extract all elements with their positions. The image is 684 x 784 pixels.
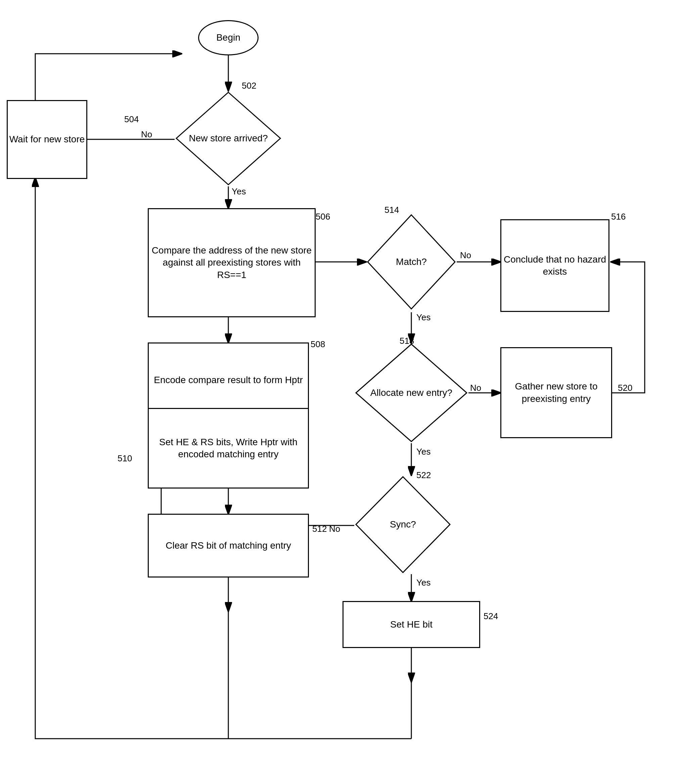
label-514: 514: [384, 205, 399, 215]
label-518: 518: [400, 336, 414, 346]
compare-address-text: Compare the address of the new store aga…: [149, 244, 315, 281]
begin-label: Begin: [216, 32, 240, 44]
no-label-514: No: [460, 250, 471, 261]
gather-new-store-text: Gather new store to preexisting entry: [501, 381, 611, 405]
clear-rs-node: Clear RS bit of matching entry: [148, 514, 309, 578]
set-he-bit-node: Set HE bit: [342, 601, 480, 648]
conclude-no-hazard-text: Conclude that no hazard exists: [501, 253, 608, 278]
allocate-text: Allocate new entry?: [370, 387, 452, 399]
set-he-rs-node: Set HE & RS bits, Write Hptr with encode…: [148, 408, 309, 489]
compare-address-node: Compare the address of the new store aga…: [148, 208, 316, 317]
match-text: Match?: [396, 256, 427, 268]
label-510: 510: [118, 453, 132, 464]
yes-label-514: Yes: [416, 312, 431, 323]
label-504: 504: [124, 114, 139, 124]
wait-for-new-store-text: Wait for new store: [10, 133, 85, 145]
encode-compare-text: Encode compare result to form Hptr: [154, 374, 303, 386]
label-524: 524: [484, 611, 498, 621]
set-he-rs-text: Set HE & RS bits, Write Hptr with encode…: [149, 436, 308, 461]
no-label-522: No: [329, 524, 340, 534]
wait-for-new-store-node: Wait for new store: [7, 100, 87, 179]
sync-text: Sync?: [390, 518, 416, 531]
new-store-arrived-text: New store arrived?: [189, 132, 268, 144]
yes-label-502: Yes: [232, 186, 246, 197]
allocate-diamond: Allocate new entry?: [354, 342, 468, 443]
encode-compare-node: Encode compare result to form Hptr: [148, 342, 309, 418]
label-508: 508: [311, 339, 325, 350]
label-516: 516: [611, 211, 626, 222]
sync-diamond: Sync?: [354, 475, 452, 574]
no-label-518: No: [470, 383, 481, 393]
no-label-502: No: [141, 129, 152, 140]
clear-rs-text: Clear RS bit of matching entry: [166, 540, 291, 552]
yes-label-522: Yes: [416, 578, 431, 588]
yes-label-518: Yes: [416, 447, 431, 457]
gather-new-store-node: Gather new store to preexisting entry: [500, 347, 612, 438]
label-512: 512: [312, 524, 327, 534]
label-522: 522: [416, 470, 431, 481]
begin-node: Begin: [198, 20, 258, 55]
conclude-no-hazard-node: Conclude that no hazard exists: [500, 219, 610, 312]
label-506: 506: [316, 211, 330, 222]
label-502: 502: [242, 81, 256, 91]
set-he-bit-text: Set HE bit: [390, 618, 432, 631]
label-520: 520: [618, 383, 632, 393]
new-store-arrived-diamond: New store arrived?: [174, 91, 282, 186]
match-diamond: Match?: [366, 213, 457, 311]
